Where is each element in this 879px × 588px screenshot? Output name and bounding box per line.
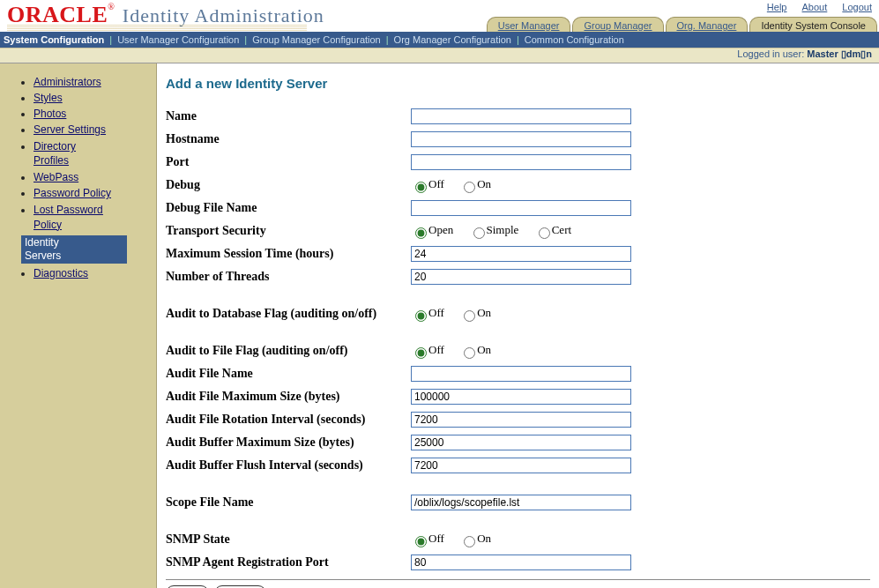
- subnav-sep: |: [109, 34, 112, 45]
- sidebar-list: Administrators Styles Photos Server Sett…: [21, 76, 147, 279]
- input-threads[interactable]: [411, 269, 631, 285]
- subnav-group-manager-config[interactable]: Group Manager Configuration: [252, 34, 381, 45]
- page-title: Add a new Identity Server: [166, 76, 870, 91]
- radio-audit-db-on[interactable]: [464, 310, 475, 322]
- sidebar-item-photos: Photos: [34, 108, 147, 120]
- logout-link[interactable]: Logout: [842, 2, 872, 12]
- sidebar-item-administrators: Administrators: [34, 76, 147, 88]
- row-debug-file: Debug File Name: [166, 198, 870, 218]
- row-max-session: Maximum Session Time (hours): [166, 244, 870, 264]
- row-scope: Scope File Name: [166, 493, 870, 512]
- row-hostname: Hostname: [166, 130, 870, 149]
- label-max-session: Maximum Session Time (hours): [166, 247, 411, 261]
- input-audit-buf-max[interactable]: [411, 435, 631, 450]
- label-audit-file-name: Audit File Name: [166, 367, 411, 381]
- sidebar-item-diagnostics: Diagnostics: [34, 267, 147, 279]
- row-threads: Number of Threads: [166, 267, 870, 287]
- label-snmp-state: SNMP State: [166, 532, 411, 547]
- subnav-system-config[interactable]: System Configuration: [4, 34, 104, 45]
- row-audit-file-flag: Audit to File Flag (auditing on/off) Off…: [166, 341, 870, 361]
- subnav-sep: |: [517, 34, 519, 45]
- row-snmp-state: SNMP State Off On: [166, 530, 870, 549]
- row-snmp-port: SNMP Agent Registration Port: [166, 553, 870, 572]
- subnav-org-manager-config[interactable]: Org Manager Configuration: [394, 34, 511, 45]
- radio-audit-file-off[interactable]: [415, 347, 427, 359]
- label-snmp-port: SNMP Agent Registration Port: [166, 555, 411, 569]
- radio-transport-simple[interactable]: [473, 227, 485, 239]
- input-snmp-port[interactable]: [411, 555, 631, 570]
- sidebar-item-directory-profiles: DirectoryProfiles: [34, 139, 147, 167]
- row-audit-buf-flush: Audit Buffer Flush Interval (seconds): [166, 456, 870, 475]
- input-debug-file[interactable]: [411, 200, 631, 216]
- button-bar: Save Cancel: [166, 579, 870, 588]
- radio-audit-file-on[interactable]: [464, 347, 475, 359]
- row-name: Name: [166, 107, 870, 126]
- subnav-user-manager-config[interactable]: User Manager Configuration: [117, 34, 239, 45]
- input-scope[interactable]: [411, 495, 631, 510]
- input-audit-file-name[interactable]: [411, 366, 631, 382]
- tab-row: User Manager Group Manager Org. Manager …: [485, 14, 877, 33]
- row-audit-max: Audit File Maximum Size (bytes): [166, 387, 870, 406]
- radio-transport-open[interactable]: [415, 227, 427, 239]
- sidebar: Administrators Styles Photos Server Sett…: [0, 63, 157, 588]
- input-hostname[interactable]: [411, 131, 631, 147]
- top-links: Help About Logout: [755, 2, 872, 12]
- input-audit-rot[interactable]: [411, 412, 631, 428]
- row-debug: Debug Off On: [166, 175, 870, 195]
- brand-logo: ORACLE: [7, 2, 108, 27]
- input-max-session[interactable]: [411, 246, 631, 262]
- logged-in-prefix: Logged in user:: [737, 48, 807, 59]
- radio-audit-db-off[interactable]: [415, 310, 427, 322]
- about-link[interactable]: About: [802, 2, 828, 12]
- help-link[interactable]: Help: [767, 2, 787, 12]
- row-port: Port: [166, 153, 870, 172]
- radio-snmp-on[interactable]: [464, 536, 475, 547]
- brand-reg: ®: [108, 2, 115, 11]
- content: Add a new Identity Server Name Hostname …: [157, 63, 879, 588]
- label-audit-rot: Audit File Rotation Interval (seconds): [166, 413, 411, 427]
- logged-in-user: Master ▯dm▯n: [807, 48, 872, 59]
- label-audit-db: Audit to Database Flag (auditing on/off): [166, 307, 411, 321]
- sidebar-item-password-policy: Password Policy: [34, 187, 147, 199]
- label-transport: Transport Security: [166, 224, 411, 238]
- label-scope: Scope File Name: [166, 495, 411, 510]
- label-audit-buf-flush: Audit Buffer Flush Interval (seconds): [166, 458, 411, 473]
- row-audit-rot: Audit File Rotation Interval (seconds): [166, 410, 870, 429]
- input-name[interactable]: [411, 108, 631, 124]
- main: Administrators Styles Photos Server Sett…: [0, 63, 879, 588]
- subnav: System Configuration | User Manager Conf…: [0, 32, 879, 48]
- subnav-sep: |: [244, 34, 247, 45]
- brand-subtitle: Identity Administration: [119, 4, 324, 26]
- row-audit-db: Audit to Database Flag (auditing on/off)…: [166, 304, 870, 324]
- radio-transport-cert[interactable]: [539, 227, 550, 239]
- label-audit-buf-max: Audit Buffer Maximum Size (bytes): [166, 435, 411, 450]
- radio-debug-off[interactable]: [415, 182, 427, 193]
- sidebar-item-identity-servers[interactable]: IdentityServers: [21, 235, 147, 264]
- row-audit-file-name: Audit File Name: [166, 364, 870, 383]
- label-debug: Debug: [166, 178, 411, 192]
- label-audit-max: Audit File Maximum Size (bytes): [166, 390, 411, 404]
- input-audit-max[interactable]: [411, 389, 631, 405]
- radio-debug-on[interactable]: [464, 182, 475, 193]
- label-port: Port: [166, 155, 411, 169]
- row-audit-buf-max: Audit Buffer Maximum Size (bytes): [166, 433, 870, 452]
- subnav-common-config[interactable]: Common Configuration: [525, 34, 624, 45]
- sidebar-item-server-settings: Server Settings: [34, 123, 147, 136]
- radio-snmp-off[interactable]: [415, 536, 427, 547]
- label-name: Name: [166, 109, 411, 123]
- input-port[interactable]: [411, 154, 631, 170]
- label-threads: Number of Threads: [166, 270, 411, 284]
- sidebar-item-webpass: WebPass: [34, 171, 147, 183]
- sidebar-item-styles: Styles: [34, 92, 147, 104]
- login-bar: Logged in user: Master ▯dm▯n: [0, 48, 879, 63]
- label-audit-file-flag: Audit to File Flag (auditing on/off): [166, 344, 411, 358]
- label-hostname: Hostname: [166, 132, 411, 146]
- input-audit-buf-flush[interactable]: [411, 458, 631, 473]
- subnav-sep: |: [386, 34, 389, 45]
- sidebar-item-lost-password-policy: Lost PasswordPolicy: [34, 203, 147, 231]
- label-debug-file: Debug File Name: [166, 201, 411, 215]
- header: ORACLE® Identity Administration Help Abo…: [0, 0, 879, 48]
- row-transport: Transport Security Open Simple Cert: [166, 221, 870, 241]
